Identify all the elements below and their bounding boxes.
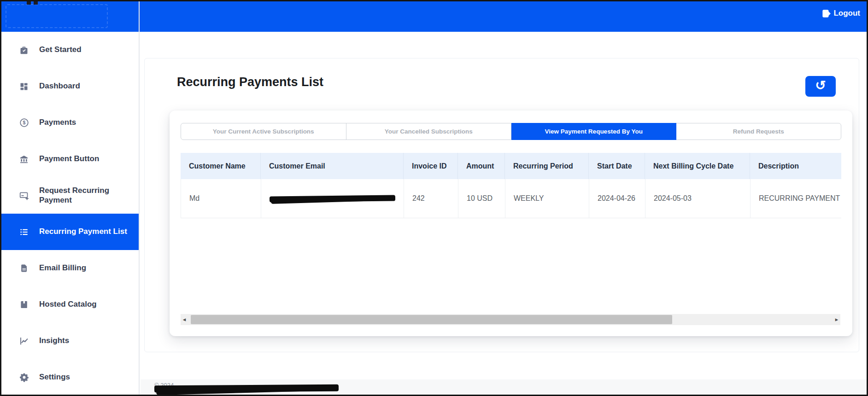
sidebar-item-request-recurring-payment[interactable]: Request Recurring Payment bbox=[1, 177, 139, 214]
tab-current-active-subscriptions[interactable]: Your Current Active Subscriptions bbox=[181, 123, 346, 140]
grid-icon bbox=[19, 82, 29, 92]
column-header-start-date: Start Date bbox=[589, 153, 645, 179]
sidebar-item-insights[interactable]: Insights bbox=[1, 323, 139, 359]
sidebar-nav: Get Started Dashboard $ Payments Payment… bbox=[1, 32, 139, 396]
briefcase-check-icon bbox=[19, 45, 29, 55]
column-header-recurring-period: Recurring Period bbox=[505, 153, 589, 179]
column-header-invoice-id: Invoice ID bbox=[404, 153, 458, 179]
refresh-button[interactable]: ↺ bbox=[805, 76, 836, 97]
cell-amount: 10 USD bbox=[458, 179, 505, 218]
sidebar-item-payment-button[interactable]: Payment Button bbox=[1, 141, 139, 177]
history-icon: ↺ bbox=[815, 79, 826, 92]
svg-text:$: $ bbox=[23, 120, 25, 125]
column-header-amount: Amount bbox=[458, 153, 505, 179]
sidebar-item-label: Insights bbox=[39, 336, 69, 345]
list-icon bbox=[19, 227, 29, 237]
app-window: Logout Get Started Dashboard bbox=[0, 0, 868, 396]
scrollbar-thumb[interactable] bbox=[191, 315, 672, 324]
payments-table: Customer Name Customer Email Invoice ID … bbox=[181, 153, 841, 218]
sidebar-item-hosted-catalog[interactable]: Hosted Catalog bbox=[1, 286, 139, 323]
content-panel: Recurring Payments List ↺ Your Current A… bbox=[144, 58, 859, 352]
tab-view-payment-requested[interactable]: View Payment Requested By You bbox=[511, 123, 676, 140]
cell-description: RECURRING PAYMENT bbox=[751, 179, 841, 218]
logout-icon bbox=[822, 9, 831, 18]
sidebar-item-label: Get Started bbox=[39, 45, 82, 54]
redacted-copyright bbox=[154, 384, 339, 393]
column-header-description: Description bbox=[750, 153, 841, 179]
book-icon bbox=[19, 300, 29, 310]
sidebar-item-email-billing[interactable]: Email Billing bbox=[1, 250, 139, 286]
logout-label: Logout bbox=[833, 9, 860, 18]
document-icon bbox=[19, 263, 29, 274]
table-header-row: Customer Name Customer Email Invoice ID … bbox=[181, 153, 841, 179]
redacted-logo bbox=[6, 4, 108, 28]
redaction-mark bbox=[27, 1, 39, 5]
cell-customer-email bbox=[261, 179, 404, 218]
scroll-left-arrow-icon[interactable]: ◂ bbox=[181, 314, 188, 325]
sidebar-item-label: Settings bbox=[39, 373, 70, 382]
sidebar-item-recurring-payment-list[interactable]: Recurring Payment List bbox=[1, 214, 139, 250]
sidebar-item-label: Payments bbox=[39, 118, 76, 127]
sidebar-item-label: Hosted Catalog bbox=[39, 300, 97, 309]
scroll-right-arrow-icon[interactable]: ▸ bbox=[833, 314, 840, 325]
cell-customer-name: Md bbox=[181, 179, 261, 218]
column-header-customer-name: Customer Name bbox=[181, 153, 261, 179]
sidebar-item-label: Payment Button bbox=[39, 154, 99, 163]
sidebar-item-label: Email Billing bbox=[39, 263, 86, 273]
sidebar-item-settings[interactable]: Settings bbox=[1, 359, 139, 396]
dollar-circle-icon: $ bbox=[19, 118, 29, 128]
copyright: © 2024 bbox=[154, 382, 348, 393]
cell-invoice-id: 242 bbox=[404, 179, 458, 218]
subscription-tabs: Your Current Active Subscriptions Your C… bbox=[181, 123, 841, 140]
tab-refund-requests[interactable]: Refund Requests bbox=[676, 123, 841, 140]
sidebar-item-get-started[interactable]: Get Started bbox=[1, 32, 139, 68]
column-header-customer-email: Customer Email bbox=[261, 153, 404, 179]
sidebar-item-label: Request Recurring Payment bbox=[39, 186, 129, 205]
redacted-email bbox=[270, 195, 395, 202]
footer: © 2024 bbox=[141, 379, 867, 395]
sidebar-item-label: Recurring Payment List bbox=[39, 227, 127, 236]
sidebar-item-label: Dashboard bbox=[39, 82, 80, 91]
logout-button[interactable]: Logout bbox=[822, 9, 860, 18]
chart-icon bbox=[19, 336, 29, 346]
sidebar-item-payments[interactable]: $ Payments bbox=[1, 105, 139, 141]
recurring-payments-card: Your Current Active Subscriptions Your C… bbox=[170, 111, 852, 336]
cell-next-billing-cycle-date: 2024-05-03 bbox=[645, 179, 751, 218]
sidebar-logo-area bbox=[1, 1, 139, 32]
gear-icon bbox=[19, 373, 29, 383]
page-title: Recurring Payments List bbox=[177, 75, 323, 89]
sidebar-item-dashboard[interactable]: Dashboard bbox=[1, 68, 139, 105]
tab-cancelled-subscriptions[interactable]: Your Cancelled Subscriptions bbox=[346, 123, 512, 140]
sidebar: Get Started Dashboard $ Payments Payment… bbox=[1, 1, 140, 395]
bank-icon bbox=[19, 154, 29, 164]
table-row: Md 242 10 USD WEEKLY 2024-04-26 2024-05-… bbox=[181, 179, 841, 218]
cell-start-date: 2024-04-26 bbox=[589, 179, 645, 218]
card-plus-icon bbox=[19, 191, 29, 201]
column-header-next-billing-cycle-date: Next Billing Cycle Date bbox=[645, 153, 750, 179]
horizontal-scrollbar[interactable]: ◂ ▸ bbox=[181, 314, 840, 325]
cell-recurring-period: WEEKLY bbox=[505, 179, 589, 218]
